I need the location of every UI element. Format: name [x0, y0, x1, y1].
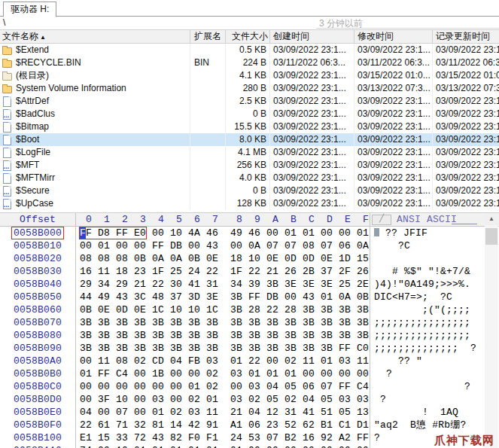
- hex-ascii[interactable]: ! 1AQ: [374, 406, 458, 419]
- hex-ascii[interactable]: "aq2 B憄 #Rb绷?: [374, 419, 466, 431]
- hex-offset: 0058B030: [0, 265, 75, 278]
- file-row[interactable]: $BadClus0 B03/09/2022 23:1...03/09/2022 …: [0, 108, 499, 120]
- hex-bytes[interactable]: 74 00 10 01 01 01 01 01 01 00 00 00 00 0…: [80, 444, 369, 448]
- file-row[interactable]: $LogFile4.1 MB03/09/2022 23:1...03/09/20…: [0, 146, 499, 159]
- hex-bytes[interactable]: 08 08 08 0B 0A 0A 0B 0E 18 10 0E 0D 0D 0…: [80, 252, 369, 265]
- hex-bytes[interactable]: 44 49 43 3C 48 37 3D 3E 3B FF DB 00 43 0…: [80, 291, 369, 303]
- hex-row: 0058B0803B 3B 3B 3B 3B 3B 3B 3B 3B 3B 3B…: [0, 329, 484, 342]
- file-extension: [190, 172, 226, 184]
- hex-ascii[interactable]: ?C: [374, 239, 410, 252]
- file-extension: [190, 44, 226, 56]
- folder-icon: [2, 58, 14, 68]
- hex-bytes[interactable]: 22 61 71 32 81 14 42 91 A1 06 23 52 62 B…: [80, 419, 369, 431]
- pane-divider-button[interactable]: ╱: [372, 215, 391, 225]
- hex-row: 0058B05044 49 43 3C 48 37 3D 3E 3B FF DB…: [0, 291, 484, 303]
- hex-bytes[interactable]: 00 3F 10 00 03 00 02 01 03 02 05 02 04 0…: [80, 393, 369, 406]
- path-bar-divider: [316, 28, 499, 29]
- hex-bytes[interactable]: FF D8 FF E0 00 10 4A 46 49 46 00 01 01 0…: [80, 227, 369, 239]
- created-time: 03/09/2022 23:1...: [270, 197, 354, 210]
- file-extension: [190, 69, 226, 82]
- hex-scrollbar[interactable]: ▲: [485, 213, 498, 448]
- hex-bytes[interactable]: 00 11 08 02 CD 04 FB 03 01 22 00 02 11 0…: [80, 355, 369, 367]
- hex-row: 0058B11074 00 10 01 01 01 01 01 01 00 00…: [0, 444, 484, 448]
- file-row[interactable]: $MFT256 KB03/09/2022 23:1...03/09/2022 2…: [0, 159, 499, 172]
- file-size: 280 B: [226, 82, 270, 95]
- hex-bytes[interactable]: 0B 0E 0D 0E 1C 10 10 1C 3B 28 22 28 3B 3…: [80, 303, 369, 316]
- modified-time: 03/09/2022 23:1...: [354, 95, 433, 108]
- hex-bytes[interactable]: 04 00 07 00 01 02 03 11 21 04 12 31 41 5…: [80, 406, 369, 419]
- hex-bytes[interactable]: 00 01 00 00 FF DB 00 43 00 0A 07 07 08 0…: [80, 239, 369, 252]
- hex-bytes[interactable]: 00 00 00 00 00 00 01 02 00 03 04 05 06 0…: [80, 380, 369, 393]
- hex-row: 0058B0903B 3B 3B 3B 3B 3B 3B 3B 3B 3B 3B…: [0, 342, 484, 355]
- hex-ascii[interactable]: ?? ": [374, 355, 422, 367]
- file-name: $Extend: [16, 44, 49, 56]
- hex-row: 0058B04029 34 29 21 22 30 41 31 34 39 3B…: [0, 278, 484, 291]
- column-header-filesize[interactable]: 文件大小: [226, 30, 270, 43]
- created-time: 03/09/2022 23:1...: [270, 82, 354, 95]
- modified-time: 03/09/2022 23:1...: [354, 133, 433, 146]
- hex-ascii[interactable]: ;;;;;;;;;;;;;; ?: [374, 342, 476, 355]
- hex-ascii[interactable]: ?? JFIF: [374, 227, 427, 239]
- hex-offset: 0058B0F0: [0, 419, 75, 431]
- file-row[interactable]: $AttrDef2.5 KB03/09/2022 23:1...03/09/20…: [0, 95, 499, 108]
- hex-ascii[interactable]: ;("(;;;;: [374, 303, 470, 316]
- modified-time: 03/11/2022 06:3...: [354, 56, 433, 69]
- file-size: 4.1 KB: [226, 69, 270, 82]
- hex-bytes[interactable]: E1 15 33 72 43 82 F0 F1 24 53 07 B2 16 9…: [80, 431, 369, 444]
- file-name: $Bitmap: [16, 120, 49, 133]
- file-row[interactable]: (根目录)4.1 KB03/09/2022 23:1...03/15/2022 …: [0, 69, 499, 82]
- record-update-time: 03/15/2022 01:0...: [433, 69, 499, 82]
- scrollbar-thumb[interactable]: [485, 228, 497, 245]
- modified-time: 03/09/2022 23:1...: [354, 146, 433, 159]
- file-row[interactable]: $Secure0 B03/09/2022 23:1...03/09/2022 2…: [0, 184, 499, 197]
- column-header-filename[interactable]: 文件名称▲: [0, 30, 190, 43]
- tab-drive-h[interactable]: 驱动器 H:: [3, 2, 56, 17]
- hex-bytes[interactable]: 3B 3B 3B 3B 3B 3B 3B 3B 3B 3B 3B 3B 3B 3…: [80, 316, 369, 329]
- column-header-created[interactable]: 创建时间: [270, 30, 354, 43]
- modified-time: 03/15/2022 01:0...: [354, 69, 433, 82]
- hex-ascii[interactable]: # %$" "!&+7/&: [374, 265, 470, 278]
- hex-ascii[interactable]: ?: [374, 431, 380, 444]
- file-extension: [190, 159, 226, 172]
- hex-bytes[interactable]: 29 34 29 21 22 30 41 31 34 39 3B 3E 3E 3…: [80, 278, 369, 291]
- file-name: $RECYCLE.BIN: [16, 56, 81, 69]
- column-header-record-updated[interactable]: 记录更新时间: [433, 30, 499, 43]
- file-name: $AttrDef: [16, 95, 49, 108]
- created-time: 03/09/2022 23:1...: [270, 184, 354, 197]
- hex-ascii[interactable]: ;;;;;;;;;;;;;;;;: [374, 329, 470, 342]
- file-row[interactable]: System Volume Information280 B03/09/2022…: [0, 82, 499, 95]
- sort-ascending-icon: ▲: [40, 34, 46, 41]
- file-size: 0 B: [226, 108, 270, 120]
- hex-ascii[interactable]: )4)!"0A149;>>>%.: [374, 278, 470, 291]
- file-size: 224 B: [226, 56, 270, 69]
- hex-bytes[interactable]: 3B 3B 3B 3B 3B 3B 3B 3B 3B 3B 3B 3B 3B 3…: [80, 342, 369, 355]
- hex-bytes[interactable]: 16 11 18 23 1F 25 24 22 1F 22 21 26 2B 3…: [80, 265, 369, 278]
- file-row[interactable]: $Extend0.5 KB03/09/2022 23:1...03/09/202…: [0, 44, 499, 56]
- file-extension: [190, 82, 226, 95]
- file-row[interactable]: $MFTMirr4.0 KB03/09/2022 23:1...03/09/20…: [0, 172, 499, 184]
- record-update-time: 03/09/2022 23:1...: [433, 146, 499, 159]
- column-header-modified[interactable]: 修改时间: [354, 30, 433, 43]
- hex-bytes[interactable]: 3B 3B 3B 3B 3B 3B 3B 3B 3B 3B 3B 3B 3B 3…: [80, 329, 369, 342]
- column-header-extension[interactable]: 扩展名: [190, 30, 226, 43]
- file-name: $Secure: [16, 184, 50, 197]
- file-extension: [190, 108, 226, 120]
- file-row[interactable]: $Boot8.0 KB03/09/2022 23:1...03/09/2022 …: [0, 133, 499, 146]
- record-update-time: 03/09/2022 23:1...: [433, 184, 499, 197]
- file-size: 0 B: [226, 184, 270, 197]
- file-extension: BIN: [190, 56, 226, 69]
- hex-ascii[interactable]: ?: [374, 367, 392, 380]
- scrollbar-up-arrow-icon[interactable]: ▲: [485, 213, 498, 225]
- file-icon: [2, 173, 14, 183]
- hex-ascii[interactable]: ?: [374, 393, 386, 406]
- file-row[interactable]: $RECYCLE.BINBIN224 B03/11/2022 06:3...03…: [0, 56, 499, 69]
- hex-ascii[interactable]: ;;;;;;;;;;;;;;;;: [374, 316, 470, 329]
- hex-ascii[interactable]: ?: [374, 380, 470, 393]
- file-icon: [2, 96, 14, 106]
- hex-ascii[interactable]: DIC<H7=>; ?C: [374, 291, 452, 303]
- record-update-time: 03/11/2022 06:3...: [433, 56, 499, 69]
- file-row[interactable]: $Bitmap15.5 KB03/09/2022 23:1...03/09/20…: [0, 120, 499, 133]
- tab-bar: 驱动器 H:: [0, 0, 499, 17]
- file-row[interactable]: $UpCase128 KB03/09/2022 23:1...03/09/202…: [0, 197, 499, 210]
- hex-bytes[interactable]: 01 FF C4 00 1B 00 00 02 03 01 01 01 00 0…: [80, 367, 369, 380]
